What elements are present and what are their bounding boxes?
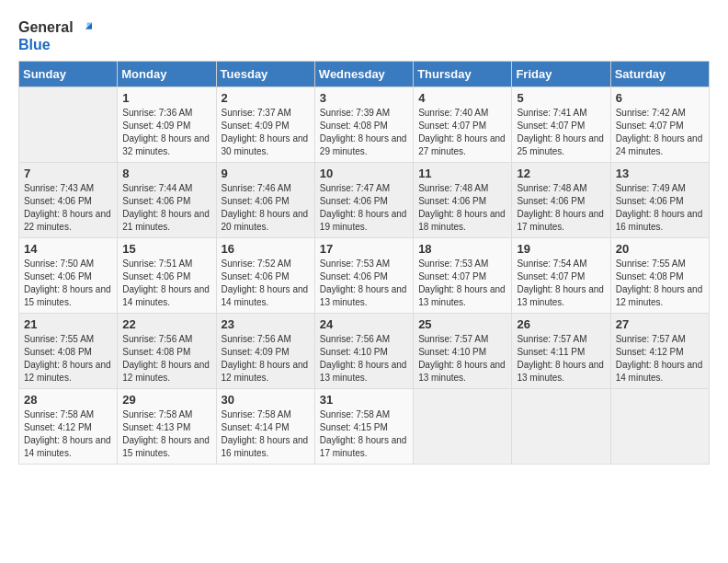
day-header-friday: Friday [512, 62, 610, 87]
day-info: Sunrise: 7:47 AMSunset: 4:06 PMDaylight:… [320, 182, 408, 234]
day-info: Sunrise: 7:57 AMSunset: 4:11 PMDaylight:… [517, 333, 605, 385]
day-info: Sunrise: 7:58 AMSunset: 4:13 PMDaylight:… [122, 408, 210, 460]
calendar-cell: 10Sunrise: 7:47 AMSunset: 4:06 PMDayligh… [314, 163, 413, 238]
day-number: 10 [320, 167, 408, 180]
calendar-cell: 27Sunrise: 7:57 AMSunset: 4:12 PMDayligh… [610, 314, 709, 389]
calendar-cell: 25Sunrise: 7:57 AMSunset: 4:10 PMDayligh… [414, 314, 512, 389]
calendar-cell [19, 87, 118, 163]
calendar-cell: 13Sunrise: 7:49 AMSunset: 4:06 PMDayligh… [610, 163, 709, 238]
calendar-cell: 15Sunrise: 7:51 AMSunset: 4:06 PMDayligh… [118, 238, 216, 314]
calendar-cell: 31Sunrise: 7:58 AMSunset: 4:15 PMDayligh… [314, 389, 413, 465]
calendar-cell: 19Sunrise: 7:54 AMSunset: 4:07 PMDayligh… [512, 238, 610, 314]
day-number: 30 [222, 393, 310, 407]
calendar-cell: 2Sunrise: 7:37 AMSunset: 4:09 PMDaylight… [216, 87, 314, 163]
day-number: 8 [122, 167, 210, 180]
day-number: 19 [517, 242, 605, 256]
logo-general-text: General [18, 18, 74, 36]
calendar-cell: 7Sunrise: 7:43 AMSunset: 4:06 PMDaylight… [19, 163, 118, 238]
calendar-cell: 28Sunrise: 7:58 AMSunset: 4:12 PMDayligh… [19, 389, 118, 465]
day-header-monday: Monday [118, 62, 216, 87]
calendar-cell: 1Sunrise: 7:36 AMSunset: 4:09 PMDaylight… [118, 87, 216, 163]
day-info: Sunrise: 7:58 AMSunset: 4:12 PMDaylight:… [24, 408, 112, 460]
calendar-cell: 11Sunrise: 7:48 AMSunset: 4:06 PMDayligh… [414, 163, 512, 238]
day-number: 15 [122, 242, 210, 256]
calendar-cell: 21Sunrise: 7:55 AMSunset: 4:08 PMDayligh… [19, 314, 118, 389]
page-header: General Blue [18, 18, 710, 53]
day-header-sunday: Sunday [19, 62, 118, 87]
calendar-cell: 17Sunrise: 7:53 AMSunset: 4:06 PMDayligh… [314, 238, 413, 314]
day-number: 7 [24, 167, 112, 180]
day-info: Sunrise: 7:56 AMSunset: 4:10 PMDaylight:… [320, 333, 408, 385]
day-info: Sunrise: 7:49 AMSunset: 4:06 PMDaylight:… [616, 182, 704, 234]
day-info: Sunrise: 7:41 AMSunset: 4:07 PMDaylight:… [517, 107, 605, 158]
day-info: Sunrise: 7:56 AMSunset: 4:09 PMDaylight:… [222, 333, 310, 385]
calendar-week-row: 1Sunrise: 7:36 AMSunset: 4:09 PMDaylight… [19, 87, 710, 163]
day-number: 14 [24, 242, 112, 256]
calendar-week-row: 28Sunrise: 7:58 AMSunset: 4:12 PMDayligh… [19, 389, 710, 465]
day-info: Sunrise: 7:51 AMSunset: 4:06 PMDaylight:… [122, 258, 210, 309]
calendar-cell [512, 389, 610, 465]
day-info: Sunrise: 7:55 AMSunset: 4:08 PMDaylight:… [616, 258, 704, 309]
day-info: Sunrise: 7:52 AMSunset: 4:06 PMDaylight:… [222, 258, 310, 309]
day-number: 16 [222, 242, 310, 256]
day-info: Sunrise: 7:43 AMSunset: 4:06 PMDaylight:… [24, 182, 112, 234]
day-number: 23 [222, 317, 310, 331]
day-number: 12 [517, 167, 605, 180]
calendar-cell: 8Sunrise: 7:44 AMSunset: 4:06 PMDaylight… [118, 163, 216, 238]
day-number: 2 [222, 91, 310, 105]
day-number: 26 [517, 317, 605, 331]
logo: General Blue [18, 18, 92, 53]
calendar-cell: 24Sunrise: 7:56 AMSunset: 4:10 PMDayligh… [314, 314, 413, 389]
day-number: 20 [616, 242, 704, 256]
day-header-tuesday: Tuesday [216, 62, 314, 87]
day-number: 1 [122, 91, 210, 105]
calendar-table: SundayMondayTuesdayWednesdayThursdayFrid… [18, 61, 710, 465]
day-header-wednesday: Wednesday [314, 62, 413, 87]
day-info: Sunrise: 7:37 AMSunset: 4:09 PMDaylight:… [222, 107, 310, 158]
day-number: 31 [320, 393, 408, 407]
day-number: 18 [418, 242, 506, 256]
day-info: Sunrise: 7:57 AMSunset: 4:10 PMDaylight:… [418, 333, 506, 385]
day-info: Sunrise: 7:54 AMSunset: 4:07 PMDaylight:… [517, 258, 605, 309]
day-number: 5 [517, 91, 605, 105]
logo-bird-icon [75, 19, 92, 36]
calendar-week-row: 7Sunrise: 7:43 AMSunset: 4:06 PMDaylight… [19, 163, 710, 238]
day-info: Sunrise: 7:58 AMSunset: 4:15 PMDaylight:… [320, 408, 408, 460]
day-info: Sunrise: 7:39 AMSunset: 4:08 PMDaylight:… [320, 107, 408, 158]
calendar-cell: 4Sunrise: 7:40 AMSunset: 4:07 PMDaylight… [414, 87, 512, 163]
calendar-cell: 6Sunrise: 7:42 AMSunset: 4:07 PMDaylight… [610, 87, 709, 163]
day-number: 9 [222, 167, 310, 180]
day-info: Sunrise: 7:40 AMSunset: 4:07 PMDaylight:… [418, 107, 506, 158]
day-number: 11 [418, 167, 506, 180]
day-info: Sunrise: 7:53 AMSunset: 4:07 PMDaylight:… [418, 258, 506, 309]
calendar-cell: 3Sunrise: 7:39 AMSunset: 4:08 PMDaylight… [314, 87, 413, 163]
calendar-cell: 20Sunrise: 7:55 AMSunset: 4:08 PMDayligh… [610, 238, 709, 314]
calendar-cell [610, 389, 709, 465]
calendar-cell: 23Sunrise: 7:56 AMSunset: 4:09 PMDayligh… [216, 314, 314, 389]
calendar-cell: 5Sunrise: 7:41 AMSunset: 4:07 PMDaylight… [512, 87, 610, 163]
day-number: 27 [616, 317, 704, 331]
calendar-week-row: 14Sunrise: 7:50 AMSunset: 4:06 PMDayligh… [19, 238, 710, 314]
calendar-week-row: 21Sunrise: 7:55 AMSunset: 4:08 PMDayligh… [19, 314, 710, 389]
calendar-cell: 9Sunrise: 7:46 AMSunset: 4:06 PMDaylight… [216, 163, 314, 238]
day-header-saturday: Saturday [610, 62, 709, 87]
day-info: Sunrise: 7:36 AMSunset: 4:09 PMDaylight:… [122, 107, 210, 158]
day-number: 25 [418, 317, 506, 331]
day-number: 13 [616, 167, 704, 180]
logo-blue-text: Blue [18, 36, 51, 53]
day-number: 17 [320, 242, 408, 256]
day-number: 29 [122, 393, 210, 407]
calendar-cell: 29Sunrise: 7:58 AMSunset: 4:13 PMDayligh… [118, 389, 216, 465]
day-info: Sunrise: 7:56 AMSunset: 4:08 PMDaylight:… [122, 333, 210, 385]
calendar-cell: 22Sunrise: 7:56 AMSunset: 4:08 PMDayligh… [118, 314, 216, 389]
day-number: 22 [122, 317, 210, 331]
logo-graphic: General Blue [18, 18, 92, 53]
day-number: 21 [24, 317, 112, 331]
day-number: 28 [24, 393, 112, 407]
day-number: 24 [320, 317, 408, 331]
calendar-cell: 30Sunrise: 7:58 AMSunset: 4:14 PMDayligh… [216, 389, 314, 465]
day-info: Sunrise: 7:53 AMSunset: 4:06 PMDaylight:… [320, 258, 408, 309]
day-number: 3 [320, 91, 408, 105]
day-info: Sunrise: 7:48 AMSunset: 4:06 PMDaylight:… [517, 182, 605, 234]
calendar-cell: 26Sunrise: 7:57 AMSunset: 4:11 PMDayligh… [512, 314, 610, 389]
